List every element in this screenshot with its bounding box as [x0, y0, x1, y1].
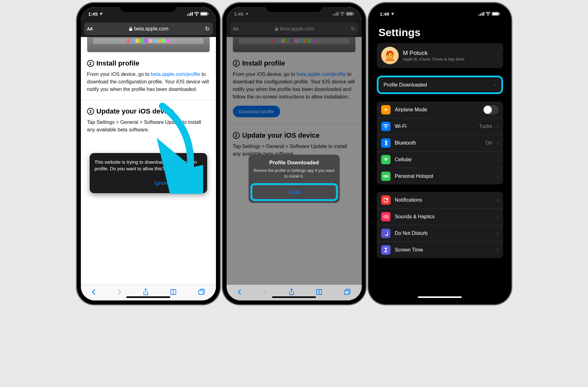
- section-3-text: Tap Settings > General > Software Update…: [87, 119, 210, 134]
- airplane-toggle[interactable]: [483, 105, 499, 114]
- ignore-button[interactable]: Ignore: [155, 180, 170, 186]
- page-title: Settings: [377, 21, 503, 43]
- alert-message: This website is trying to download a con…: [95, 159, 202, 172]
- battery-icon: [200, 12, 208, 16]
- svg-rect-24: [499, 13, 500, 15]
- svg-rect-18: [479, 14, 480, 16]
- forward-button[interactable]: [117, 289, 122, 297]
- tabs-button[interactable]: [198, 289, 205, 297]
- svg-rect-7: [129, 29, 132, 31]
- close-button[interactable]: Close: [252, 185, 336, 199]
- notifications-row[interactable]: Notifications ›: [377, 192, 503, 209]
- chevron-right-icon: ›: [497, 52, 499, 59]
- text-size-button[interactable]: AA: [87, 26, 93, 31]
- svg-rect-19: [480, 13, 481, 16]
- profile-downloaded-row[interactable]: Profile Downloaded ›: [379, 78, 501, 92]
- url-text[interactable]: beta.apple.com: [239, 26, 351, 32]
- home-indicator[interactable]: [126, 296, 170, 298]
- tabs-button[interactable]: [344, 289, 351, 297]
- notch: [412, 3, 468, 12]
- profile-link[interactable]: beta.apple.com/profile: [151, 72, 200, 77]
- chevron-right-icon: ›: [497, 214, 499, 220]
- svg-rect-2: [190, 13, 191, 16]
- svg-rect-3: [192, 12, 193, 16]
- profile-downloaded-alert: Profile Downloaded Review the profile in…: [249, 155, 340, 203]
- sounds-icon: [381, 212, 391, 221]
- phone-3: 1:49 Settings 🧑‍🦰 M Potuck App: [369, 3, 511, 304]
- safari-toolbar: [81, 285, 216, 300]
- airplane-mode-row[interactable]: ✈ Airplane Mode: [377, 102, 503, 118]
- svg-point-25: [384, 175, 386, 177]
- settings-screen: Settings 🧑‍🦰 M Potuck Apple ID, iCloud, …: [372, 21, 507, 300]
- profile-subtitle: Apple ID, iCloud, iTunes & App Store: [403, 57, 492, 61]
- home-indicator[interactable]: [418, 296, 462, 298]
- safari-page: 2Install profile From your iOS device, g…: [227, 37, 362, 300]
- chevron-right-icon: ›: [497, 230, 499, 237]
- svg-rect-6: [208, 13, 208, 15]
- wifi-row[interactable]: Wi-Fi Tucks ›: [377, 118, 503, 135]
- share-button[interactable]: [143, 289, 149, 297]
- safari-url-bar[interactable]: AA beta.apple.com ↻: [230, 23, 359, 35]
- chevron-right-icon: ›: [497, 247, 499, 253]
- cellular-row[interactable]: Cellular ›: [377, 151, 503, 168]
- profile-downloaded-highlight: Profile Downloaded ›: [377, 76, 503, 94]
- svg-rect-17: [344, 290, 349, 294]
- bluetooth-row[interactable]: Bluetooth On ›: [377, 135, 503, 151]
- url-text[interactable]: beta.apple.com: [93, 26, 205, 32]
- svg-rect-14: [347, 13, 353, 15]
- home-indicator[interactable]: [272, 296, 316, 298]
- svg-rect-0: [187, 14, 188, 16]
- svg-rect-16: [275, 29, 278, 31]
- section-install-profile: 2 Install profile From your iOS device, …: [81, 52, 216, 100]
- screentime-row[interactable]: Screen Time ›: [377, 242, 503, 258]
- status-time: 1:45: [234, 11, 244, 17]
- svg-rect-8: [199, 290, 203, 294]
- forward-button[interactable]: [263, 289, 267, 297]
- dnd-row[interactable]: Do Not Disturb ›: [377, 225, 503, 242]
- allow-button[interactable]: Allow: [176, 176, 202, 190]
- svg-rect-12: [338, 12, 339, 16]
- sounds-row[interactable]: Sounds & Haptics ›: [377, 209, 503, 225]
- text-size-button[interactable]: AA: [233, 26, 239, 31]
- status-time: 1:45: [88, 11, 98, 17]
- avatar: 🧑‍🦰: [381, 47, 399, 64]
- chevron-right-icon: ›: [497, 173, 499, 180]
- airplane-icon: ✈: [381, 105, 391, 114]
- svg-rect-15: [354, 13, 354, 15]
- chevron-right-icon: ›: [497, 123, 499, 130]
- reload-button[interactable]: ↻: [351, 25, 355, 32]
- svg-point-28: [386, 198, 388, 200]
- back-button[interactable]: [237, 289, 242, 297]
- notch: [266, 3, 322, 12]
- alerts-group: Notifications › Sounds & Haptics ›: [377, 192, 503, 258]
- svg-point-26: [386, 175, 388, 177]
- step-3-badge: 3: [87, 108, 94, 115]
- phone-2: 1:45 AA beta.apple.com ↻: [223, 3, 365, 304]
- bookmarks-button[interactable]: [316, 289, 323, 297]
- hourglass-icon: [381, 245, 391, 255]
- svg-rect-20: [482, 13, 483, 16]
- reload-button[interactable]: ↻: [205, 25, 210, 32]
- step-2-badge: 2: [87, 60, 94, 67]
- svg-rect-1: [189, 13, 190, 16]
- share-button[interactable]: [289, 289, 294, 297]
- alert-message: Review the profile in Settings app if yo…: [253, 168, 335, 179]
- wifi-icon: [381, 122, 391, 131]
- back-button[interactable]: [92, 289, 96, 297]
- safari-url-bar[interactable]: AA beta.apple.com ↻: [84, 23, 213, 35]
- signal-icon: [479, 12, 484, 16]
- battery-icon: [346, 12, 354, 16]
- chevron-right-icon: ›: [494, 82, 496, 88]
- phone-1: 1:45 AA beta.apple.com ↻: [77, 3, 220, 304]
- apple-id-row[interactable]: 🧑‍🦰 M Potuck Apple ID, iCloud, iTunes & …: [377, 43, 503, 68]
- hotspot-icon: [381, 172, 391, 181]
- profile-name: M Potuck: [403, 50, 492, 56]
- hotspot-row[interactable]: Personal Hotspot ›: [377, 168, 503, 184]
- notch: [120, 3, 176, 12]
- svg-rect-23: [492, 13, 498, 15]
- bluetooth-value: On: [486, 140, 492, 146]
- section-update-ios: 3 Update your iOS device Tap Settings > …: [81, 100, 216, 140]
- cellular-icon: [381, 155, 391, 164]
- safari-toolbar: [227, 285, 362, 300]
- bookmarks-button[interactable]: [170, 289, 177, 297]
